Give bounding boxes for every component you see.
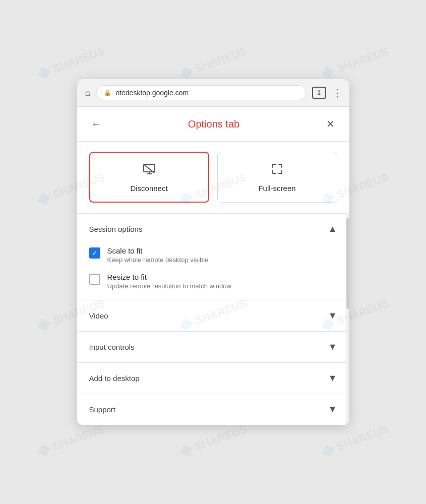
support-section: Support ▼: [77, 394, 349, 425]
url-bar[interactable]: 🔒 otedesktop.google.com: [96, 85, 306, 100]
back-button[interactable]: ←: [89, 116, 103, 132]
input-controls-section: Input controls ▼: [77, 331, 349, 362]
support-header[interactable]: Support ▼: [77, 394, 349, 425]
fullscreen-button[interactable]: Full-screen: [217, 152, 337, 203]
resize-to-fit-row: Resize to fit Update remote resolution t…: [89, 273, 337, 290]
session-options-section: Session options ▲ ✓ Scale to fit Keep wh…: [77, 213, 349, 300]
add-to-desktop-section: Add to desktop ▼: [77, 362, 349, 394]
support-label: Support: [89, 405, 116, 414]
close-button[interactable]: ✕: [324, 116, 337, 132]
url-text: otedesktop.google.com: [115, 89, 189, 97]
session-options-chevron: ▲: [328, 224, 337, 234]
scrollbar-thumb[interactable]: [346, 218, 349, 309]
scale-to-fit-desc: Keep whole remote desktop visible: [107, 256, 209, 264]
resize-to-fit-desc: Update remote resolution to match window: [107, 282, 231, 290]
video-section: Video ▼: [77, 300, 349, 331]
support-chevron: ▼: [328, 404, 337, 415]
add-to-desktop-label: Add to desktop: [89, 374, 140, 383]
disconnect-label: Disconnect: [130, 184, 167, 193]
input-controls-header[interactable]: Input controls ▼: [77, 332, 349, 362]
checkmark-icon: ✓: [92, 249, 98, 257]
home-icon[interactable]: ⌂: [85, 88, 91, 98]
accordion: Session options ▲ ✓ Scale to fit Keep wh…: [77, 213, 349, 425]
disconnect-button[interactable]: Disconnect: [89, 152, 209, 203]
add-to-desktop-header[interactable]: Add to desktop ▼: [77, 363, 349, 394]
fullscreen-label: Full-screen: [258, 184, 295, 193]
lock-icon: 🔒: [104, 89, 111, 96]
disconnect-icon: [142, 162, 156, 179]
resize-to-fit-label: Resize to fit: [107, 273, 231, 281]
input-controls-label: Input controls: [89, 343, 135, 351]
scrollbar-track[interactable]: [346, 213, 349, 425]
session-options-header[interactable]: Session options ▲: [77, 214, 349, 244]
resize-to-fit-checkbox[interactable]: [89, 274, 100, 285]
panel-title: Options tab: [188, 118, 239, 130]
video-label: Video: [89, 311, 108, 320]
fullscreen-icon: [270, 162, 284, 179]
panel-header: ← Options tab ✕: [77, 107, 349, 142]
video-header[interactable]: Video ▼: [77, 300, 349, 331]
options-panel: ← Options tab ✕ Disconnect: [77, 107, 349, 425]
input-controls-chevron: ▼: [328, 342, 337, 352]
action-buttons-row: Disconnect Full-screen: [77, 142, 349, 213]
add-to-desktop-chevron: ▼: [328, 373, 337, 384]
session-options-label: Session options: [89, 225, 143, 233]
session-options-content: ✓ Scale to fit Keep whole remote desktop…: [77, 244, 349, 300]
scale-to-fit-checkbox[interactable]: ✓: [89, 247, 100, 259]
browser-menu-icon[interactable]: ⋮: [332, 87, 341, 99]
browser-address-bar: ⌂ 🔒 otedesktop.google.com 1 ⋮: [77, 79, 349, 107]
video-chevron: ▼: [328, 310, 337, 321]
scale-to-fit-row: ✓ Scale to fit Keep whole remote desktop…: [89, 246, 337, 264]
browser-window: ⌂ 🔒 otedesktop.google.com 1 ⋮ ← Options …: [77, 79, 349, 425]
scale-to-fit-label: Scale to fit: [107, 246, 209, 255]
tab-count-badge[interactable]: 1: [312, 87, 326, 99]
